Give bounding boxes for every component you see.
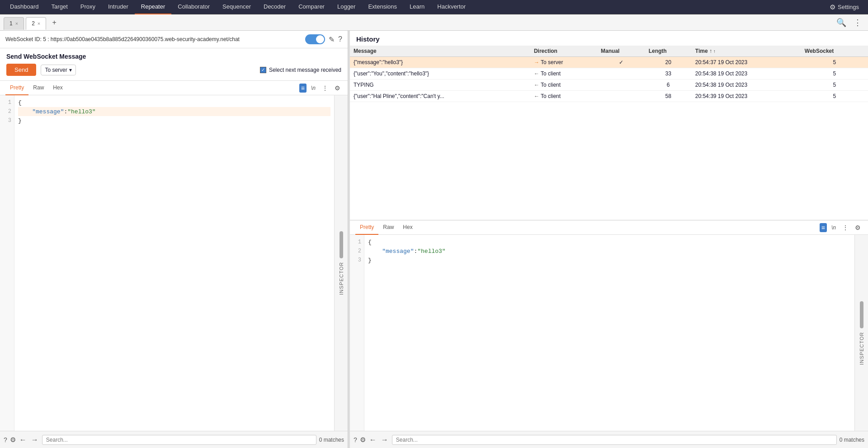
- right-editor-tabs: Pretty Raw Hex ≡ \n ⋮ ⚙: [350, 220, 868, 235]
- scroll-handle: [340, 231, 343, 258]
- table-row[interactable]: {"user":"You","content":"hello3"}← To cl…: [350, 68, 868, 79]
- right-inspector-panel: INSPECTOR: [854, 235, 868, 431]
- menu-item-dashboard[interactable]: Dashboard: [4, 0, 45, 14]
- websocket-header: WebSocket ID: 5 : https://0ab500ae0435b8…: [0, 31, 348, 48]
- menu-item-collaborator[interactable]: Collaborator: [171, 0, 216, 14]
- select-next-message-checkbox[interactable]: ✓ Select next message received: [260, 67, 341, 73]
- left-inspector-panel: INSPECTOR: [334, 95, 348, 431]
- code-line-1: {: [18, 98, 330, 107]
- menu-item-learn[interactable]: Learn: [403, 0, 431, 14]
- table-row[interactable]: {"message":"hello3"}→ To server✓2020:54:…: [350, 57, 868, 68]
- checkbox-icon: ✓: [260, 67, 266, 73]
- right-menu-icon[interactable]: ⋮: [840, 223, 850, 232]
- menu-item-intruder[interactable]: Intruder: [102, 0, 135, 14]
- col-time[interactable]: Time ↑: [692, 46, 801, 57]
- left-line-numbers: 1 2 3: [0, 95, 14, 431]
- code-line-2: "message":"hello3": [18, 107, 330, 116]
- left-forward-icon[interactable]: →: [30, 436, 39, 444]
- right-bottom-bar: ? ⚙ ← → 0 matches: [350, 431, 868, 448]
- tab-1-close[interactable]: ×: [15, 21, 18, 26]
- history-table-body: {"message":"hello3"}→ To server✓2020:54:…: [350, 57, 868, 102]
- right-line-numbers: 1 2 3: [350, 235, 364, 431]
- menu-item-logger[interactable]: Logger: [331, 0, 362, 14]
- left-code-area: 1 2 3 { "message":"hello3" }: [0, 95, 348, 431]
- websocket-toggle[interactable]: [305, 34, 325, 44]
- left-gear-icon[interactable]: ⚙: [10, 436, 16, 444]
- settings-button[interactable]: ⚙ Settings: [824, 3, 864, 11]
- left-panel: WebSocket ID: 5 : https://0ab500ae0435b8…: [0, 31, 348, 448]
- left-tab-raw[interactable]: Raw: [28, 81, 48, 95]
- left-tab-hex[interactable]: Hex: [48, 81, 67, 95]
- menu-item-target[interactable]: Target: [45, 0, 74, 14]
- menu-item-decoder[interactable]: Decoder: [257, 0, 292, 14]
- send-section: Send WebSocket Message Send To server ▾ …: [0, 48, 348, 81]
- col-length[interactable]: Length: [645, 46, 692, 57]
- direction-label: To server: [45, 67, 67, 73]
- table-row[interactable]: TYPING← To client620:54:38 19 Oct 20235: [350, 79, 868, 91]
- send-button[interactable]: Send: [6, 64, 36, 76]
- right-nl-icon[interactable]: \n: [830, 224, 838, 232]
- help-icon[interactable]: ?: [338, 35, 342, 43]
- table-row[interactable]: {"user":"Hal Pline","content":"Can't y..…: [350, 91, 868, 102]
- send-title: Send WebSocket Message: [6, 53, 341, 60]
- tab-2-close[interactable]: ×: [38, 21, 40, 26]
- tab-search-icon[interactable]: 🔍: [833, 18, 850, 28]
- left-editor-toolbar: ≡ \n ⋮ ⚙: [299, 84, 342, 93]
- right-gear-icon[interactable]: ⚙: [360, 436, 366, 444]
- left-code-editor[interactable]: 1 2 3 { "message":"hello3" }: [0, 95, 334, 431]
- history-title: History: [350, 31, 868, 46]
- tab-add-button[interactable]: +: [49, 17, 60, 28]
- tab-bar: 1 × 2 × + 🔍 ⋮: [0, 14, 868, 31]
- left-code-content[interactable]: { "message":"hello3" }: [14, 95, 334, 431]
- col-websocket[interactable]: WebSocket: [801, 46, 868, 57]
- right-code-content[interactable]: { "message":"hello3" }: [364, 235, 854, 431]
- menu-item-sequencer[interactable]: Sequencer: [216, 0, 257, 14]
- right-code-editor[interactable]: 1 2 3 { "message":"hello3" }: [350, 235, 854, 431]
- left-match-count: 0 matches: [319, 437, 344, 443]
- history-section: History Message Direction Manual Length …: [350, 31, 868, 220]
- tab-more-icon[interactable]: ⋮: [850, 18, 865, 28]
- menu-item-hackvertor[interactable]: Hackvertor: [431, 0, 472, 14]
- history-table: Message Direction Manual Length Time ↑ W…: [350, 46, 868, 220]
- gear-icon: ⚙: [830, 3, 835, 11]
- format-icon[interactable]: ≡: [299, 84, 307, 93]
- menu-item-proxy[interactable]: Proxy: [74, 0, 102, 14]
- right-format-icon[interactable]: ≡: [820, 223, 827, 232]
- menu-item-extensions[interactable]: Extensions: [362, 0, 403, 14]
- left-tab-pretty[interactable]: Pretty: [5, 81, 28, 95]
- right-code-line-2: "message":"hello3": [368, 247, 851, 256]
- tab-2[interactable]: 2 ×: [26, 17, 46, 30]
- menu-item-repeater[interactable]: Repeater: [135, 0, 171, 14]
- right-forward-icon[interactable]: →: [380, 436, 389, 444]
- direction-arrow-icon: ▾: [69, 67, 72, 73]
- right-tab-pretty[interactable]: Pretty: [355, 220, 378, 235]
- right-help-icon[interactable]: ?: [354, 436, 357, 443]
- history-data-table: Message Direction Manual Length Time ↑ W…: [350, 46, 868, 102]
- right-search-input[interactable]: [392, 435, 837, 445]
- gear-settings-icon[interactable]: ⚙: [333, 84, 342, 93]
- left-search-input[interactable]: [42, 435, 316, 445]
- right-scroll-handle: [860, 301, 863, 328]
- direction-select[interactable]: To server ▾: [41, 65, 75, 75]
- col-manual[interactable]: Manual: [597, 46, 645, 57]
- code-line-3: }: [18, 116, 330, 125]
- checkbox-label: Select next message received: [269, 67, 341, 73]
- edit-icon[interactable]: ✎: [329, 35, 335, 44]
- left-inspector-label: INSPECTOR: [339, 262, 344, 295]
- col-direction[interactable]: Direction: [530, 46, 597, 57]
- history-table-header: Message Direction Manual Length Time ↑ W…: [350, 46, 868, 57]
- col-message[interactable]: Message: [350, 46, 530, 57]
- menu-icon[interactable]: ⋮: [320, 84, 330, 93]
- nl-icon[interactable]: \n: [309, 84, 317, 92]
- right-gear-settings-icon[interactable]: ⚙: [853, 223, 863, 232]
- menu-item-comparer[interactable]: Comparer: [292, 0, 331, 14]
- right-back-icon[interactable]: ←: [368, 436, 377, 444]
- left-help-icon[interactable]: ?: [4, 436, 7, 443]
- websocket-url: WebSocket ID: 5 : https://0ab500ae0435b8…: [5, 36, 302, 42]
- tab-1[interactable]: 1 ×: [4, 17, 24, 30]
- right-code-line-3: }: [368, 256, 851, 265]
- left-back-icon[interactable]: ←: [19, 436, 28, 444]
- right-tab-raw[interactable]: Raw: [378, 220, 398, 235]
- tab-2-label: 2: [32, 20, 35, 27]
- right-tab-hex[interactable]: Hex: [398, 220, 417, 235]
